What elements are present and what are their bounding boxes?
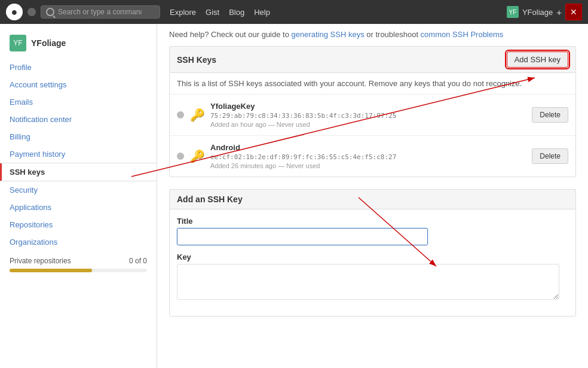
sidebar-item-payment-history[interactable]: Payment history: [0, 145, 157, 163]
key-icon: 🔑: [190, 108, 204, 122]
top-navigation: ● Explore Gist Blog Help YF YFoliage + ✕: [0, 0, 588, 24]
private-repos-text: Private repositories: [10, 257, 71, 265]
help-text-mid: or troubleshoot: [365, 30, 421, 39]
nav-link-blog[interactable]: Blog: [229, 8, 244, 17]
key-info: YfoliageKey 75:29:ab:79:c8:34:33:36:83:5…: [210, 102, 526, 128]
delete-key-button[interactable]: Delete: [532, 148, 568, 164]
key-textarea[interactable]: [177, 264, 559, 300]
sidebar-item-profile[interactable]: Profile: [0, 59, 157, 76]
user-name[interactable]: YFoliage: [522, 8, 553, 17]
add-ssh-key-body: Title Key: [169, 209, 576, 317]
key-info: Android ee:cf:02:1b:2e:df:89:9f:fc:36:55…: [210, 143, 526, 169]
delete-key-button[interactable]: Delete: [532, 107, 568, 123]
search-input[interactable]: [58, 8, 142, 16]
generating-ssh-keys-link[interactable]: generating SSH keys: [292, 30, 365, 39]
search-box[interactable]: [41, 5, 160, 19]
key-fingerprint: ee:cf:02:1b:2e:df:89:9f:fc:36:55:c5:4e:f…: [210, 153, 526, 161]
sidebar-item-ssh-keys[interactable]: SSH keys: [0, 163, 157, 181]
progress-bar-fill: [10, 269, 92, 272]
sidebar-item-applications[interactable]: Applications: [0, 199, 157, 216]
sidebar-item-repositories[interactable]: Repositories: [0, 216, 157, 233]
github-logo[interactable]: ●: [6, 4, 23, 20]
sidebar-user: YF YFoliage: [0, 30, 157, 59]
private-repos-label: Private repositories 0 of 0: [10, 257, 147, 265]
sidebar-item-organizations[interactable]: Organizations: [0, 233, 157, 251]
add-ssh-key-header: Add an SSH Key: [169, 189, 576, 209]
user-area: YF YFoliage + ✕: [507, 4, 582, 20]
user-avatar: YF: [507, 6, 519, 18]
sidebar: YF YFoliage Profile Account settings Ema…: [0, 24, 157, 368]
search-icon: [46, 8, 54, 16]
key-fingerprint: 75:29:ab:79:c8:34:33:36:83:5b:4f:c3:3d:1…: [210, 112, 526, 120]
private-repos-count: 0 of 0: [129, 257, 147, 265]
key-name: Android: [210, 143, 526, 152]
title-form-group: Title: [177, 217, 568, 245]
ssh-keys-title: SSH Keys: [177, 55, 216, 65]
key-status-dot: [177, 153, 184, 160]
add-button[interactable]: +: [556, 7, 562, 17]
nav-link-gist[interactable]: Gist: [206, 8, 219, 17]
close-button[interactable]: ✕: [565, 4, 582, 20]
key-meta: Added 26 minutes ago — Never used: [210, 162, 526, 169]
ssh-keys-section-body: This is a list of SSH keys associated wi…: [169, 72, 576, 177]
sidebar-item-account-settings[interactable]: Account settings: [0, 76, 157, 93]
key-label: Key: [177, 253, 568, 261]
sidebar-username: YFoliage: [31, 38, 66, 48]
ssh-keys-section-header: SSH Keys Add SSH key: [169, 46, 576, 72]
key-status-dot: [177, 111, 184, 118]
sidebar-item-notification-center[interactable]: Notification center: [0, 111, 157, 128]
key-form-group: Key: [177, 253, 568, 302]
title-input[interactable]: [177, 228, 428, 245]
add-ssh-key-button[interactable]: Add SSH key: [507, 51, 568, 68]
title-label: Title: [177, 217, 568, 226]
sidebar-item-emails[interactable]: Emails: [0, 93, 157, 111]
nav-dot: [27, 8, 36, 16]
ssh-keys-section: SSH Keys Add SSH key This is a list of S…: [169, 46, 576, 177]
key-icon: 🔑: [190, 149, 204, 163]
nav-links: Explore Gist Blog Help: [170, 8, 270, 17]
nav-link-help[interactable]: Help: [254, 8, 270, 17]
progress-bar-background: [10, 269, 147, 272]
main-content: Need help? Check out our guide to genera…: [157, 24, 588, 368]
sidebar-avatar: YF: [10, 35, 26, 51]
private-repos-section: Private repositories 0 of 0: [0, 251, 157, 278]
sidebar-item-billing[interactable]: Billing: [0, 128, 157, 145]
table-row: 🔑 YfoliageKey 75:29:ab:79:c8:34:33:36:83…: [170, 95, 575, 136]
help-text: Need help? Check out our guide to genera…: [169, 30, 576, 39]
key-name: YfoliageKey: [210, 102, 526, 111]
table-row: 🔑 Android ee:cf:02:1b:2e:df:89:9f:fc:36:…: [170, 136, 575, 177]
help-text-pre: Need help? Check out our guide to: [169, 30, 292, 39]
key-meta: Added an hour ago — Never used: [210, 121, 526, 128]
nav-link-explore[interactable]: Explore: [170, 8, 196, 17]
common-ssh-problems-link[interactable]: common SSH Problems: [421, 30, 504, 39]
add-ssh-key-section: Add an SSH Key Title Key: [169, 189, 576, 317]
ssh-keys-description: This is a list of SSH keys associated wi…: [170, 73, 575, 95]
sidebar-item-security[interactable]: Security: [0, 181, 157, 199]
add-ssh-key-title: Add an SSH Key: [177, 194, 243, 204]
